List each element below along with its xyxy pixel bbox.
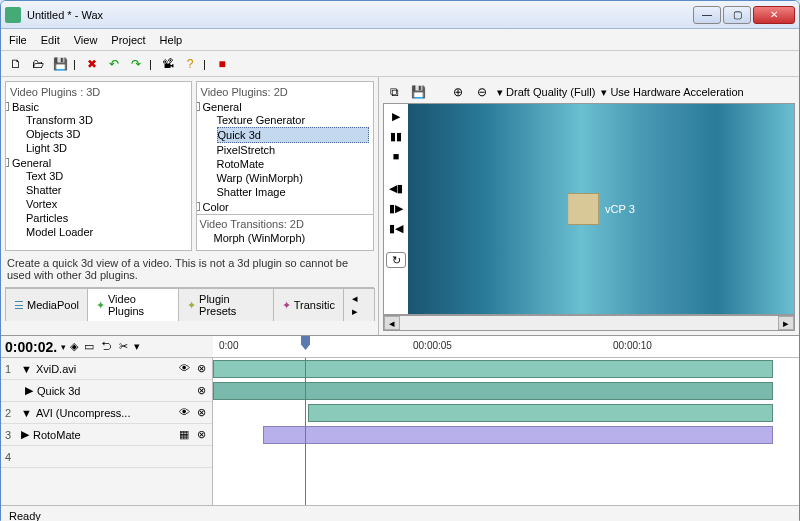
tree-item[interactable]: Chroma Key: [217, 213, 370, 214]
expand-icon[interactable]: -: [197, 102, 200, 111]
tab-videoplugins[interactable]: ✦Video Plugins: [87, 288, 179, 321]
tree-item[interactable]: Warp (WinMorph): [217, 171, 370, 185]
track-header-row[interactable]: 3 ▶ RotoMate ▦⊗: [1, 424, 212, 446]
tree-item[interactable]: Objects 3D: [26, 127, 187, 141]
eye-icon[interactable]: 👁: [177, 406, 191, 420]
zoom-in-icon[interactable]: ⊕: [449, 83, 467, 101]
delete-track-icon[interactable]: ⊗: [194, 428, 208, 442]
tool-a-icon[interactable]: ▭: [84, 340, 94, 352]
stop-icon[interactable]: ■: [213, 55, 231, 73]
timeline-clip[interactable]: [263, 426, 773, 444]
tree-group[interactable]: Color: [203, 201, 229, 213]
help-icon[interactable]: ?: [181, 55, 199, 73]
expand-icon[interactable]: ▶: [25, 384, 33, 397]
preview-viewport[interactable]: vCP 3: [408, 104, 794, 314]
time-dropdown-icon[interactable]: ▾: [61, 342, 66, 352]
tab-mediapool[interactable]: ☰MediaPool: [5, 288, 88, 321]
render-icon[interactable]: 📽: [159, 55, 177, 73]
delete-track-icon[interactable]: ⊗: [194, 362, 208, 376]
track-name[interactable]: AVI (Uncompress...: [36, 407, 173, 419]
marker-icon[interactable]: ◈: [70, 340, 78, 353]
tool-b-icon[interactable]: ⮌: [101, 340, 112, 352]
zoom-out-icon[interactable]: ⊖: [473, 83, 491, 101]
eye-icon[interactable]: 👁: [177, 362, 191, 376]
tree-item[interactable]: Texture Generator: [217, 113, 370, 127]
delete-track-icon[interactable]: ⊗: [194, 406, 208, 420]
pause-icon[interactable]: ▮▮: [386, 128, 406, 144]
playback-controls: ▶ ▮▮ ■ ◀▮ ▮▶ ▮◀ ↻: [384, 104, 408, 314]
delete-icon[interactable]: ✖: [83, 55, 101, 73]
track-name[interactable]: RotoMate: [33, 429, 173, 441]
open-icon[interactable]: 🗁: [29, 55, 47, 73]
menu-view[interactable]: View: [74, 34, 98, 46]
menu-edit[interactable]: Edit: [41, 34, 60, 46]
scroll-right-icon[interactable]: ▸: [778, 316, 794, 330]
expand-icon[interactable]: -: [5, 102, 9, 111]
play-icon[interactable]: ▶: [386, 108, 406, 124]
undo-icon[interactable]: ↶: [105, 55, 123, 73]
track-content[interactable]: [213, 358, 799, 505]
menu-project[interactable]: Project: [111, 34, 145, 46]
loop-icon[interactable]: ↻: [386, 252, 406, 268]
tabs-scroll[interactable]: ◂ ▸: [343, 288, 375, 321]
tree-item[interactable]: Transform 3D: [26, 113, 187, 127]
media-icon[interactable]: ▦: [177, 428, 191, 442]
track-header-row[interactable]: 4: [1, 446, 212, 468]
maximize-button[interactable]: ▢: [723, 6, 751, 24]
preview-scrollbar[interactable]: ◂ ▸: [383, 315, 795, 331]
quality-dropdown[interactable]: ▾ Draft Quality (Full): [497, 86, 595, 99]
tree-item[interactable]: Shatter Image: [217, 185, 370, 199]
goto-start-icon[interactable]: ▮◀: [386, 220, 406, 236]
copy-icon[interactable]: ⧉: [385, 83, 403, 101]
tree-item[interactable]: Quick 3d: [217, 127, 370, 143]
tab-transitions[interactable]: ✦Transitic: [273, 288, 344, 321]
tab-presets[interactable]: ✦Plugin Presets: [178, 288, 274, 321]
scroll-left-icon[interactable]: ◂: [384, 316, 400, 330]
tree-group[interactable]: Basic: [12, 101, 39, 113]
tree-item[interactable]: RotoMate: [217, 157, 370, 171]
delete-track-icon[interactable]: ⊗: [194, 384, 208, 398]
expand-icon[interactable]: ▼: [21, 407, 32, 419]
tree-item[interactable]: Text 3D: [26, 169, 187, 183]
tool-cut-icon[interactable]: ✂: [119, 340, 128, 352]
tree-group[interactable]: General: [203, 101, 242, 113]
expand-icon[interactable]: ▼: [21, 363, 32, 375]
redo-icon[interactable]: ↷: [127, 55, 145, 73]
menu-file[interactable]: File: [9, 34, 27, 46]
timeline-ruler[interactable]: 0:00 00:00:05 00:00:10: [213, 336, 799, 357]
timeline-clip[interactable]: [308, 404, 773, 422]
track-name[interactable]: XviD.avi: [36, 363, 173, 375]
tree-item[interactable]: Model Loader: [26, 225, 187, 239]
expand-icon[interactable]: ▶: [21, 428, 29, 441]
titlebar[interactable]: Untitled * - Wax — ▢ ✕: [1, 1, 799, 29]
tree-item[interactable]: PixelStretch: [217, 143, 370, 157]
preview-clip[interactable]: vCP 3: [567, 193, 635, 225]
tree-item[interactable]: Shatter: [26, 183, 187, 197]
stop-icon[interactable]: ■: [386, 148, 406, 164]
tree-group[interactable]: General: [12, 157, 51, 169]
timeline-clip[interactable]: [213, 360, 773, 378]
save-icon[interactable]: 💾: [51, 55, 69, 73]
prev-frame-icon[interactable]: ◀▮: [386, 180, 406, 196]
preview-toolbar: ⧉ 💾 ⊕ ⊖ ▾ Draft Quality (Full) ▾ Use Har…: [383, 81, 795, 103]
expand-icon[interactable]: -: [197, 202, 200, 211]
timeline-clip[interactable]: [213, 382, 773, 400]
track-header-row[interactable]: 1 ▼ XviD.avi 👁⊗: [1, 358, 212, 380]
tree-item[interactable]: Vortex: [26, 197, 187, 211]
menu-help[interactable]: Help: [160, 34, 183, 46]
expand-icon[interactable]: -: [5, 158, 9, 167]
next-frame-icon[interactable]: ▮▶: [386, 200, 406, 216]
track-header-row[interactable]: ▶ Quick 3d ⊗: [1, 380, 212, 402]
track-header-row[interactable]: 2 ▼ AVI (Uncompress... 👁⊗: [1, 402, 212, 424]
track-name[interactable]: Quick 3d: [37, 385, 190, 397]
hw-accel-dropdown[interactable]: ▾ Use Hardware Acceleration: [601, 86, 743, 99]
tree-item[interactable]: Light 3D: [26, 141, 187, 155]
new-icon[interactable]: 🗋: [7, 55, 25, 73]
timeline-menu-icon[interactable]: ▾: [134, 340, 140, 353]
tree-item[interactable]: Morph (WinMorph): [200, 232, 371, 244]
close-button[interactable]: ✕: [753, 6, 795, 24]
save-frame-icon[interactable]: 💾: [409, 83, 427, 101]
tree-item[interactable]: Particles: [26, 211, 187, 225]
playhead[interactable]: [301, 336, 310, 350]
minimize-button[interactable]: —: [693, 6, 721, 24]
